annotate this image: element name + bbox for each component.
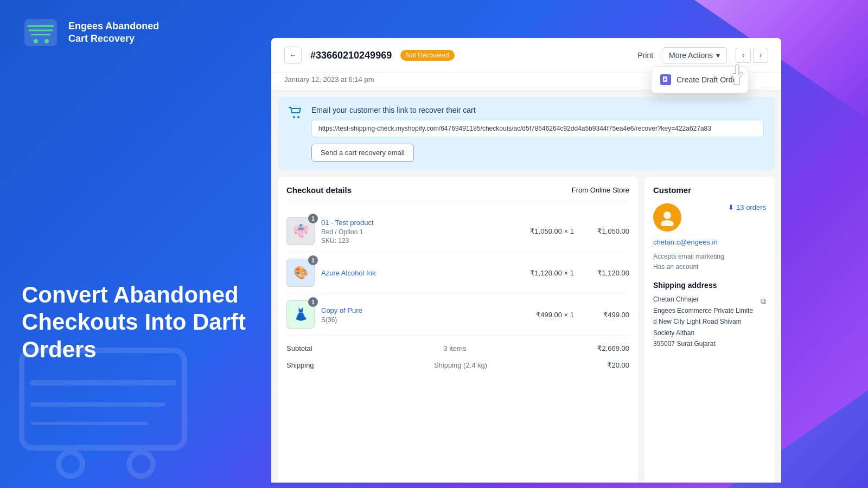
product-info: Azure Alcohol Ink bbox=[321, 268, 502, 278]
table-row: 👗 1 Copy of Pure S(36) ₹499.00 × 1 ₹499.… bbox=[286, 294, 629, 336]
back-button[interactable]: ← bbox=[284, 47, 302, 64]
shipping-address: Chetan Chhajer Engees Ecommerce Private … bbox=[653, 294, 766, 349]
checkout-header: Checkout details From Online Store bbox=[286, 185, 629, 202]
subtotal-value: ₹2,669.00 bbox=[597, 344, 629, 352]
product-image-wrap: 🎨 1 bbox=[286, 259, 315, 287]
svg-rect-0 bbox=[24, 19, 57, 46]
svg-point-5 bbox=[44, 39, 49, 43]
product-info: Copy of Pure S(36) bbox=[321, 305, 502, 324]
draft-order-icon bbox=[660, 74, 671, 85]
svg-point-16 bbox=[293, 116, 295, 118]
order-id: #33660210249969 bbox=[310, 50, 392, 61]
main-panel: ← #33660210249969 Not Recovered Print Mo… bbox=[271, 38, 781, 483]
avatar bbox=[653, 203, 681, 232]
product-name-link[interactable]: Azure Alcohol Ink bbox=[321, 269, 375, 277]
from-store: From Online Store bbox=[572, 186, 629, 194]
recovery-section: Email your customer this link to recover… bbox=[278, 97, 775, 170]
prev-arrow[interactable]: ‹ bbox=[736, 48, 751, 63]
more-actions-button[interactable]: More Actions ▾ bbox=[662, 47, 727, 63]
shipping-row: Shipping Shipping (2.4 kg) ₹20.00 bbox=[286, 357, 629, 374]
shipping-label: Shipping bbox=[286, 361, 314, 369]
panel-body: Checkout details From Online Store 👘 1 0… bbox=[271, 177, 781, 483]
address-text: Chetan Chhajer Engees Ecommerce Private … bbox=[653, 294, 753, 349]
orders-count-link[interactable]: ⬇ 13 orders bbox=[728, 203, 766, 211]
order-summary: Subtotal 3 items ₹2,669.00 Shipping Ship… bbox=[286, 336, 629, 374]
customer-section: Customer ⬇ 13 orders chetan.c@engees.in … bbox=[644, 177, 775, 483]
product-variant: Red / Option 1 bbox=[321, 228, 502, 236]
left-panel: Engees Abandoned Cart Recovery Convert A… bbox=[0, 0, 271, 488]
recovery-content: Email your customer this link to recover… bbox=[311, 106, 764, 162]
status-badge: Not Recovered bbox=[400, 50, 455, 61]
download-icon: ⬇ bbox=[728, 203, 734, 211]
subtotal-row: Subtotal 3 items ₹2,669.00 bbox=[286, 340, 629, 357]
svg-point-18 bbox=[663, 211, 671, 219]
subtotal-label: Subtotal bbox=[286, 344, 312, 352]
dropdown-menu: Create Draft Order bbox=[651, 66, 749, 93]
nav-arrows: ‹ › bbox=[736, 48, 768, 63]
svg-point-4 bbox=[34, 39, 38, 43]
logo-area: Engees Abandoned Cart Recovery bbox=[22, 16, 250, 49]
shipping-value: ₹20.00 bbox=[607, 361, 629, 369]
checkout-title: Checkout details bbox=[286, 185, 352, 195]
qty-badge: 1 bbox=[308, 255, 318, 265]
table-row: 👘 1 01 - Test product Red / Option 1 SKU… bbox=[286, 210, 629, 252]
panel-header: ← #33660210249969 Not Recovered Print Mo… bbox=[271, 38, 781, 73]
print-button[interactable]: Print bbox=[637, 51, 653, 60]
product-name-link[interactable]: 01 - Test product bbox=[321, 219, 374, 227]
product-image-wrap: 👘 1 bbox=[286, 217, 315, 245]
chevron-down-icon: ▾ bbox=[716, 51, 720, 60]
shipping-detail: Shipping (2.4 kg) bbox=[434, 361, 487, 369]
send-recovery-email-button[interactable]: Send a cart recovery email bbox=[311, 144, 414, 162]
product-variant: S(36) bbox=[321, 316, 502, 324]
product-sku: SKU: 123 bbox=[321, 237, 502, 245]
qty-badge: 1 bbox=[308, 214, 318, 223]
copy-address-icon[interactable]: ⧉ bbox=[761, 295, 766, 308]
next-arrow[interactable]: › bbox=[753, 48, 768, 63]
shipping-address-title: Shipping address bbox=[653, 281, 766, 290]
product-price: ₹499.00 × 1 bbox=[509, 311, 574, 319]
header-right: Print More Actions ▾ ‹ › bbox=[637, 47, 768, 63]
customer-meta: Accepts email marketing Has an account bbox=[653, 252, 766, 272]
recovery-url: https://test-shipping-check.myshopify.co… bbox=[311, 120, 764, 137]
svg-point-17 bbox=[297, 116, 299, 118]
product-price: ₹1,120.00 × 1 bbox=[509, 269, 574, 277]
hero-text: Convert Abandoned Checkouts Into Darft O… bbox=[22, 281, 250, 472]
product-total: ₹1,120.00 bbox=[580, 269, 629, 277]
table-row: 🎨 1 Azure Alcohol Ink ₹1,120.00 × 1 ₹1,1… bbox=[286, 252, 629, 294]
product-name-link[interactable]: Copy of Pure bbox=[321, 306, 362, 314]
logo-text: Engees Abandoned Cart Recovery bbox=[68, 20, 159, 46]
recovery-title: Email your customer this link to recover… bbox=[311, 106, 764, 114]
product-price: ₹1,050.00 × 1 bbox=[509, 227, 574, 235]
checkout-section: Checkout details From Online Store 👘 1 0… bbox=[278, 177, 638, 483]
product-total: ₹1,050.00 bbox=[580, 227, 629, 235]
customer-top: ⬇ 13 orders bbox=[653, 203, 766, 232]
logo-icon bbox=[22, 16, 60, 49]
create-draft-label: Create Draft Order bbox=[676, 75, 739, 84]
product-info: 01 - Test product Red / Option 1 SKU: 12… bbox=[321, 217, 502, 245]
customer-title: Customer bbox=[653, 185, 766, 195]
product-image-wrap: 👗 1 bbox=[286, 300, 315, 329]
qty-badge: 1 bbox=[308, 297, 318, 307]
products-list: 👘 1 01 - Test product Red / Option 1 SKU… bbox=[286, 210, 629, 336]
subtotal-items: 3 items bbox=[444, 344, 467, 352]
create-draft-order-item[interactable]: Create Draft Order bbox=[652, 69, 748, 91]
recovery-cart-icon bbox=[289, 107, 303, 122]
svg-point-19 bbox=[661, 220, 674, 226]
customer-email-link[interactable]: chetan.c@engees.in bbox=[653, 238, 766, 246]
product-total: ₹499.00 bbox=[580, 311, 629, 319]
